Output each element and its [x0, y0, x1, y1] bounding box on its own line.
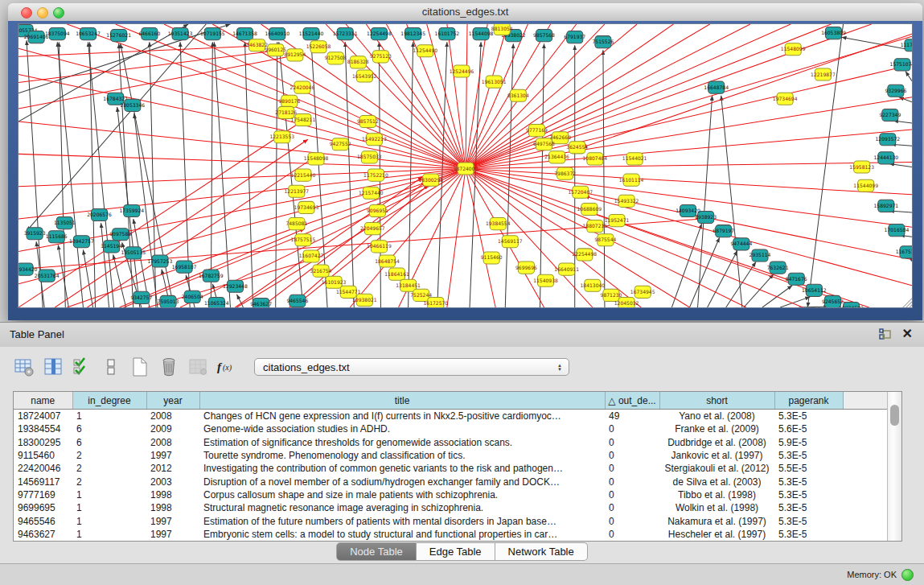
table-mode-icon[interactable] [11, 355, 37, 379]
graph-node[interactable]: 8813054 [491, 24, 513, 35]
graph-node[interactable]: 11173490 [901, 39, 912, 51]
graph-node[interactable]: 15720407 [568, 186, 593, 198]
table-cell[interactable]: 1997 [146, 514, 199, 527]
table-cell[interactable]: 1 [72, 488, 146, 501]
tab-network-table[interactable]: Network Table [495, 542, 588, 561]
graph-node[interactable]: 9875544 [595, 234, 617, 246]
graph-node[interactable]: 8471676 [786, 273, 807, 285]
graph-node[interactable]: 7986372 [554, 167, 576, 179]
column-header-title[interactable]: title [199, 392, 605, 410]
graph-node[interactable]: 9857568 [533, 30, 555, 42]
graph-node[interactable]: 9096951 [367, 204, 388, 216]
graph-node[interactable]: 9427552 [330, 138, 351, 150]
table-cell[interactable]: Structural magnetic resonance image aver… [199, 501, 605, 514]
new-table-icon[interactable] [127, 355, 153, 379]
table-cell[interactable]: 6 [72, 436, 146, 449]
table-cell[interactable]: 14569117 [14, 475, 72, 488]
table-cell[interactable]: 2012 [146, 462, 199, 475]
table-cell[interactable]: 5.3E-5 [774, 514, 843, 527]
column-header-out_de[interactable]: △ out_de... [605, 392, 659, 410]
table-cell[interactable]: 0 [605, 528, 659, 541]
graph-node[interactable]: 11544098 [469, 28, 494, 40]
graph-node[interactable]: 1135051 [54, 217, 76, 229]
table-cell[interactable]: 2008 [146, 436, 199, 449]
column-header-in_degree[interactable]: in_degree [72, 392, 146, 410]
graph-node[interactable]: 13942757 [69, 236, 94, 248]
table-cell[interactable]: 1997 [146, 449, 199, 462]
table-cell[interactable]: 5.5E-5 [774, 462, 843, 475]
column-header-pagerank[interactable]: pagerank [774, 392, 843, 410]
graph-node[interactable]: 12524496 [450, 65, 474, 77]
delete-icon[interactable] [156, 355, 182, 379]
table-cell[interactable]: 1998 [146, 501, 199, 514]
table-cell[interactable]: 1998 [146, 488, 199, 501]
close-panel-icon[interactable]: ✕ [902, 326, 913, 341]
tab-edge-table[interactable]: Edge Table [417, 542, 495, 561]
graph-node[interactable]: 17359924 [119, 204, 144, 216]
table-cell[interactable]: Wolkin et al. (1998) [659, 501, 774, 514]
graph-node[interactable]: 11254490 [413, 45, 437, 57]
table-cell[interactable]: 1997 [146, 528, 199, 541]
table-cell[interactable]: 0 [605, 422, 659, 435]
graph-node[interactable]: 15723311 [333, 28, 358, 40]
table-cell[interactable]: Franke et al. (2009) [659, 422, 774, 435]
graph-node[interactable]: 6791937 [564, 31, 585, 43]
table-cell[interactable]: 2008 [146, 410, 199, 423]
graph-node[interactable]: 18375094 [45, 28, 70, 40]
table-cell[interactable]: 9463627 [14, 528, 72, 541]
graph-node[interactable]: 16782759 [199, 270, 224, 282]
table-cell[interactable]: 1 [72, 514, 146, 527]
table-cell[interactable]: Changes of HCN gene expression and I(f) … [199, 410, 605, 423]
table-cell[interactable]: 1 [72, 501, 146, 514]
graph-node[interactable]: 20531764 [35, 270, 60, 282]
table-cell[interactable]: 2009 [146, 422, 199, 435]
graph-node[interactable]: 9275123 [370, 51, 392, 63]
graph-node[interactable]: 12254498 [367, 28, 392, 40]
graph-node[interactable]: 1145194 [101, 241, 122, 253]
table-cell[interactable]: 5.3E-5 [774, 501, 843, 514]
table-row[interactable]: 2242004622012Investigating the contribut… [14, 462, 887, 475]
graph-node[interactable]: 6879197 [713, 225, 734, 237]
table-cell[interactable]: 22420046 [14, 462, 72, 475]
graph-node[interactable]: 18413040 [581, 279, 606, 291]
table-cell[interactable]: 49 [605, 410, 659, 423]
table-cell[interactable]: 0 [605, 462, 659, 475]
table-cell[interactable]: Dudbridge et al. (2008) [659, 436, 774, 449]
table-cell[interactable]: Yano et al. (2008) [659, 410, 774, 423]
table-cell[interactable]: 9465546 [14, 514, 72, 527]
table-cell[interactable]: 9115460 [14, 449, 72, 462]
table-cell[interactable]: 1 [72, 410, 146, 423]
table-cell[interactable]: Hescheler et al. (1997) [659, 528, 774, 541]
table-cell[interactable]: Jankovic et al. (1997) [659, 449, 774, 462]
graph-node[interactable]: 18757515 [291, 234, 316, 246]
graph-node[interactable]: 9342757 [130, 291, 152, 303]
table-cell[interactable]: Corpus callosum shape and size in male p… [199, 488, 605, 501]
graph-node[interactable]: 11544099 [853, 179, 878, 192]
graph-node[interactable]: 11864161 [384, 268, 409, 280]
table-cell[interactable]: 6 [72, 422, 146, 435]
graph-node[interactable]: 9097588 [109, 229, 131, 241]
table-cell[interactable]: 5.9E-5 [774, 436, 843, 449]
table-cell[interactable]: 9699695 [14, 501, 72, 514]
table-cell[interactable]: 2 [72, 449, 146, 462]
graph-node[interactable]: 11548099 [781, 43, 806, 56]
graph-node[interactable]: 9960125 [265, 44, 286, 56]
table-cell[interactable]: 0 [605, 488, 659, 501]
table-cell[interactable]: 0 [605, 501, 659, 514]
graph-node[interactable]: 22420046 [290, 81, 315, 93]
table-cell[interactable]: Estimation of the future numbers of pati… [199, 514, 605, 527]
table-cell[interactable]: Nakamura et al. (1997) [659, 514, 774, 527]
table-cell[interactable]: Genome-wide association studies in ADHD. [199, 422, 605, 435]
table-row[interactable]: 946362711997Embryonic stem cells: a mode… [14, 528, 887, 541]
graph-node[interactable]: 12923448 [223, 280, 248, 292]
table-row[interactable]: 1872400712008Changes of HCN gene express… [14, 410, 887, 423]
graph-node[interactable]: 10719155 [200, 28, 225, 40]
graph-node[interactable]: 7632621 [767, 262, 789, 274]
graph-node[interactable]: 16543952 [352, 70, 377, 82]
graph-node[interactable]: 7515526 [593, 36, 614, 48]
graph-node[interactable]: 6497568 [533, 138, 555, 150]
graph-node[interactable]: 12219877 [811, 68, 836, 80]
graph-node[interactable]: 16958107 [172, 261, 197, 273]
graph-node[interactable]: 7595013 [158, 295, 179, 307]
graph-node[interactable]: 9463627 [250, 298, 272, 307]
